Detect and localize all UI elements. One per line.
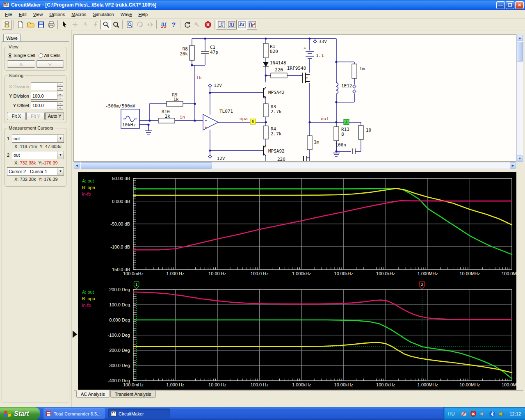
svg-text:1N4148: 1N4148 xyxy=(270,60,286,66)
reset-button[interactable] xyxy=(182,20,192,30)
cursor1-signal-combo[interactable]: out ▼ xyxy=(12,135,64,143)
open-file-button[interactable] xyxy=(25,20,36,30)
digital-waveform-button[interactable] xyxy=(226,20,237,30)
task-label: Total Commander 6.5... xyxy=(54,411,100,416)
scroll-left-arrow[interactable]: ◀ xyxy=(74,162,80,169)
mixed-signal-button[interactable] xyxy=(247,20,257,30)
scroll-down-arrow[interactable]: ▼ xyxy=(517,155,523,162)
cell-down-button[interactable]: ▽ xyxy=(36,60,64,68)
chevron-down-icon[interactable]: ▼ xyxy=(57,168,64,175)
schematic-vertical-scrollbar[interactable]: ▲ ▼ xyxy=(516,34,523,162)
svg-text:100n: 100n xyxy=(336,142,347,148)
bluetooth-icon[interactable] xyxy=(489,411,495,417)
analyses-window-button[interactable] xyxy=(237,20,247,30)
scaling-group: Scaling X Division ▲▼ Y Division ▲▼ Y Of… xyxy=(5,75,66,123)
fit-y-button[interactable]: Fit Y xyxy=(26,112,45,120)
cursor-marker-1[interactable]: 1 xyxy=(134,282,139,289)
x-division-input[interactable] xyxy=(31,82,57,90)
cursor-marker-2[interactable]: 2 xyxy=(420,282,425,289)
restore-button[interactable]: ❐ xyxy=(506,1,514,9)
scroll-right-arrow[interactable]: ▶ xyxy=(510,162,516,169)
menu-item-file[interactable]: File xyxy=(2,11,16,18)
select-arrow-tool[interactable] xyxy=(59,20,70,30)
svg-text:in: in xyxy=(180,114,185,120)
legend-entry-2: B: opa xyxy=(82,185,96,190)
toolbar: A xyxy=(0,19,525,30)
y-axis-tick-label: 100.0 Deg xyxy=(109,302,130,307)
new-file-button[interactable] xyxy=(15,20,25,30)
probe-tool[interactable] xyxy=(100,20,111,30)
chart-phase-canvas[interactable]: 200.0 Deg100.0 Deg0.000 Deg-100.0 Deg-20… xyxy=(78,281,516,391)
fit-x-button[interactable]: Fit X xyxy=(7,112,26,120)
tab-ac-analysis[interactable]: AC Analysis xyxy=(76,390,110,398)
taskbar-item-circuitmaker[interactable]: CircuitMaker xyxy=(108,409,170,419)
x-division-spinner[interactable]: ▲▼ xyxy=(57,82,63,90)
digital-analog-button[interactable] xyxy=(158,20,169,30)
delete-tool[interactable] xyxy=(90,20,100,30)
radio-all-cells-circle[interactable] xyxy=(39,53,43,58)
wire-tool[interactable] xyxy=(70,20,80,30)
pen-tablet-icon[interactable] xyxy=(461,411,467,417)
close-button[interactable]: ✕ xyxy=(515,1,524,9)
y-offset-label: Y Offset xyxy=(7,103,31,108)
y-division-spinner[interactable]: ▲▼ xyxy=(57,92,63,100)
menu-item-simulation[interactable]: Simulation xyxy=(89,11,117,18)
menu-item-help[interactable]: Help xyxy=(135,11,151,18)
schematic-view[interactable]: + − + xyxy=(73,34,516,162)
cursor-diff-combo[interactable]: Cursor 2 - Cursor 1 ▼ xyxy=(7,167,64,176)
horizontal-scroll-thumb[interactable] xyxy=(81,162,212,169)
y-offset-input[interactable] xyxy=(31,101,57,109)
menu-item-view[interactable]: View xyxy=(30,11,46,18)
stop-simulation-button[interactable] xyxy=(203,20,213,30)
cursor-diff-readout: X: 732.38k Y:-176.39 xyxy=(14,177,64,182)
chevron-down-icon[interactable]: ▼ xyxy=(57,135,64,142)
transient-setup-button[interactable] xyxy=(216,20,226,30)
auto-y-button[interactable]: Auto Y xyxy=(45,112,64,120)
volume-icon[interactable] xyxy=(498,411,505,417)
svg-text:−: − xyxy=(205,118,207,123)
help-button[interactable]: ? xyxy=(169,20,179,30)
rotate-button[interactable] xyxy=(135,20,145,30)
menu-item-options[interactable]: Options xyxy=(46,11,68,18)
security-shield-icon[interactable] xyxy=(470,411,477,417)
zoom-window-button[interactable] xyxy=(124,20,135,30)
mirror-button[interactable] xyxy=(145,20,155,30)
minimize-button[interactable]: — xyxy=(496,1,505,9)
menu-item-edit[interactable]: Edit xyxy=(16,11,30,18)
cursor2-signal-combo[interactable]: out ▼ xyxy=(12,151,64,159)
text-tool[interactable]: A xyxy=(80,20,90,30)
parts-browser-button[interactable] xyxy=(2,20,12,30)
probe-marker-a[interactable]: A xyxy=(344,119,349,125)
view-group: View Single Cell All Cells △ ▽ xyxy=(5,47,66,71)
volume-muted-icon[interactable] xyxy=(479,411,486,417)
radio-single-cell[interactable]: Single Cell xyxy=(8,53,35,58)
y-axis-tick-label: -300.0 Deg xyxy=(108,363,130,368)
probe-marker-b[interactable]: B xyxy=(250,119,256,124)
chart-gain-canvas[interactable]: 50.00 dB0.000 dB-50.00 dB-100.0 dB-150.0… xyxy=(78,172,516,280)
y-division-input[interactable] xyxy=(31,92,57,100)
menu-item-macros[interactable]: Macros xyxy=(68,11,89,18)
tab-transient-analysis[interactable]: Transient Analysis xyxy=(110,391,156,398)
radio-single-cell-circle[interactable] xyxy=(8,53,12,58)
save-file-button[interactable] xyxy=(36,20,46,30)
start-button[interactable]: Start xyxy=(0,407,40,420)
print-button[interactable] xyxy=(46,20,56,30)
zoom-tool[interactable] xyxy=(111,20,121,30)
language-indicator[interactable]: HU xyxy=(448,411,458,416)
cursor-arrow-icon xyxy=(61,21,68,28)
chevron-down-icon[interactable]: ▼ xyxy=(57,151,64,159)
vertical-scroll-thumb[interactable] xyxy=(517,42,523,62)
radio-all-cells[interactable]: All Cells xyxy=(39,53,61,58)
schematic-canvas[interactable]: + − + xyxy=(74,35,516,161)
y-axis-tick-label: 0.000 dB xyxy=(112,199,130,204)
y-offset-spinner[interactable]: ▲▼ xyxy=(57,101,63,109)
scroll-up-arrow[interactable]: ▲ xyxy=(517,35,523,41)
taskbar-item-total-commander[interactable]: Total Commander 6.5... xyxy=(43,409,105,419)
schematic-horizontal-scrollbar[interactable]: ◀ ▶ xyxy=(73,162,516,169)
menu-item-wave[interactable]: Wave xyxy=(117,11,135,18)
cell-up-button[interactable]: △ xyxy=(7,60,35,68)
svg-text:33V: 33V xyxy=(319,39,327,44)
setup-wrench-button[interactable] xyxy=(192,20,203,30)
waveform-splitter-handle[interactable] xyxy=(73,331,77,338)
tab-wave[interactable]: Wave xyxy=(3,34,21,42)
